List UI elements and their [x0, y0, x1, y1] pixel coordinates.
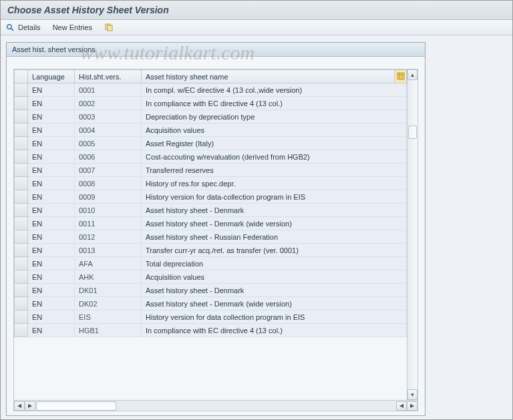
row-select-handle[interactable]: [15, 124, 28, 137]
scroll-up-button[interactable]: ▲: [407, 69, 417, 80]
cell-name: Asset Register (Italy): [142, 137, 407, 150]
table-row[interactable]: EN0009History version for data-collectio…: [15, 190, 407, 204]
cell-language: EN: [28, 310, 75, 324]
table-row[interactable]: EN0012Asset history sheet - Russian Fede…: [15, 230, 407, 244]
copy-icon: [104, 23, 114, 32]
cell-language: EN: [28, 297, 75, 310]
cell-version: 0013: [75, 244, 142, 257]
table-row[interactable]: ENDK01Asset history sheet - Denmark: [15, 284, 407, 297]
hscroll-thumb[interactable]: [36, 401, 116, 411]
cell-version: 0005: [75, 137, 142, 150]
table-row[interactable]: ENDK02Asset history sheet - Denmark (wid…: [15, 297, 407, 310]
row-select-handle[interactable]: [15, 177, 28, 190]
cell-name: History version for data-collection prog…: [142, 190, 407, 204]
hscroll-left-1[interactable]: ◀: [14, 401, 25, 411]
row-select-handle[interactable]: [15, 270, 28, 284]
new-entries-label: New Entries: [53, 23, 92, 31]
copy-button[interactable]: [104, 23, 114, 32]
table-row[interactable]: ENEISHistory version for data collection…: [15, 310, 407, 324]
row-select-handle[interactable]: [15, 230, 28, 244]
cell-language: EN: [28, 137, 75, 150]
cell-name: Asset history sheet - Denmark: [142, 284, 407, 297]
table-container: Language Hist.sht.vers. Asset history sh…: [7, 57, 425, 415]
cell-language: EN: [28, 217, 75, 230]
row-select-handle[interactable]: [15, 324, 28, 337]
cell-name: Acquisition values: [142, 270, 407, 284]
row-select-handle[interactable]: [15, 297, 28, 310]
cell-version: AFA: [75, 257, 142, 270]
cell-version: 0003: [75, 110, 142, 124]
table-row[interactable]: EN0004Acquisition values: [15, 124, 407, 137]
table-row[interactable]: ENHGB1In compliance with EC directive 4 …: [15, 324, 407, 337]
hscroll-right-1[interactable]: ▶: [25, 401, 35, 411]
table-scroll: Language Hist.sht.vers. Asset history sh…: [13, 69, 418, 401]
row-select-handle[interactable]: [15, 244, 28, 257]
cell-name: Asset history sheet - Russian Federation: [142, 230, 407, 244]
col-version[interactable]: Hist.sht.vers.: [75, 70, 142, 83]
vertical-scrollbar[interactable]: ▲ ▼: [407, 69, 417, 400]
cell-version: 0010: [75, 204, 142, 217]
table-row[interactable]: EN0006Cost-accouting w/revaluation (deri…: [15, 150, 407, 164]
table-settings-icon: [397, 72, 405, 80]
row-select-handle[interactable]: [15, 204, 28, 217]
cell-language: EN: [28, 257, 75, 270]
cell-name: Transferred reserves: [142, 164, 407, 177]
window-frame: Choose Asset History Sheet Version Detai…: [0, 0, 513, 420]
table-row[interactable]: EN0011Asset history sheet - Denmark (wid…: [15, 217, 407, 230]
cell-version: 0006: [75, 150, 142, 164]
row-select-handle[interactable]: [15, 257, 28, 270]
cell-language: EN: [28, 150, 75, 164]
table-row[interactable]: EN0001In compl. w/EC directive 4 (13 col…: [15, 83, 407, 97]
cell-name: History of res.for spec.depr.: [142, 177, 407, 190]
table-row[interactable]: EN0002In compliance with EC directive 4 …: [15, 97, 407, 110]
cell-name: Asset history sheet - Denmark: [142, 204, 407, 217]
row-select-handle[interactable]: [15, 110, 28, 124]
versions-panel: Asset hist. sheet versions Language Hist…: [6, 42, 425, 416]
col-select[interactable]: [15, 70, 28, 83]
cell-name: Total depreciation: [142, 257, 407, 270]
table-row[interactable]: ENAFATotal depreciation: [15, 257, 407, 270]
cell-name: Asset history sheet - Denmark (wide vers…: [142, 217, 407, 230]
table-row[interactable]: ENAHKAcquisition values: [15, 270, 407, 284]
cell-language: EN: [28, 284, 75, 297]
row-select-handle[interactable]: [15, 217, 28, 230]
table-row[interactable]: EN0007Transferred reserves: [15, 164, 407, 177]
row-select-handle[interactable]: [15, 83, 28, 97]
cell-version: EIS: [75, 310, 142, 324]
vertical-scrollbar-thumb[interactable]: [408, 126, 417, 139]
cell-version: 0007: [75, 164, 142, 177]
table-row[interactable]: EN0008History of res.for spec.depr.: [15, 177, 407, 190]
cell-language: EN: [28, 244, 75, 257]
scroll-down-button[interactable]: ▼: [407, 389, 417, 400]
table-row[interactable]: EN0010Asset history sheet - Denmark: [15, 204, 407, 217]
cell-name: In compliance with EC directive 4 (13 co…: [142, 324, 407, 337]
svg-line-1: [11, 28, 13, 31]
svg-point-0: [7, 25, 11, 29]
row-select-handle[interactable]: [15, 284, 28, 297]
details-button[interactable]: Details: [6, 23, 41, 32]
hscroll-right-2[interactable]: ▶: [407, 401, 417, 411]
row-select-handle[interactable]: [15, 150, 28, 164]
table-row[interactable]: EN0013Transfer curr-yr acq./ret. as tran…: [15, 244, 407, 257]
col-language[interactable]: Language: [28, 70, 75, 83]
versions-table: Language Hist.sht.vers. Asset history sh…: [14, 69, 407, 337]
horizontal-scrollbar[interactable]: ◀ ▶ ◀ ▶: [13, 401, 418, 411]
row-select-handle[interactable]: [15, 310, 28, 324]
row-select-handle[interactable]: [15, 190, 28, 204]
table-row[interactable]: EN0005Asset Register (Italy): [15, 137, 407, 150]
cell-language: EN: [28, 324, 75, 337]
cell-version: 0011: [75, 217, 142, 230]
row-select-handle[interactable]: [15, 97, 28, 110]
new-entries-button[interactable]: New Entries: [53, 23, 92, 31]
cell-name: Depreciation by depreciation type: [142, 110, 407, 124]
row-select-handle[interactable]: [15, 137, 28, 150]
row-select-handle[interactable]: [15, 164, 28, 177]
col-name[interactable]: Asset history sheet name: [142, 70, 395, 83]
hscroll-left-2[interactable]: ◀: [396, 401, 407, 411]
table-row[interactable]: EN0003Depreciation by depreciation type: [15, 110, 407, 124]
svg-rect-3: [108, 25, 112, 31]
cell-version: DK01: [75, 284, 142, 297]
cell-language: EN: [28, 83, 75, 97]
cell-language: EN: [28, 110, 75, 124]
table-settings-button[interactable]: [395, 70, 407, 83]
